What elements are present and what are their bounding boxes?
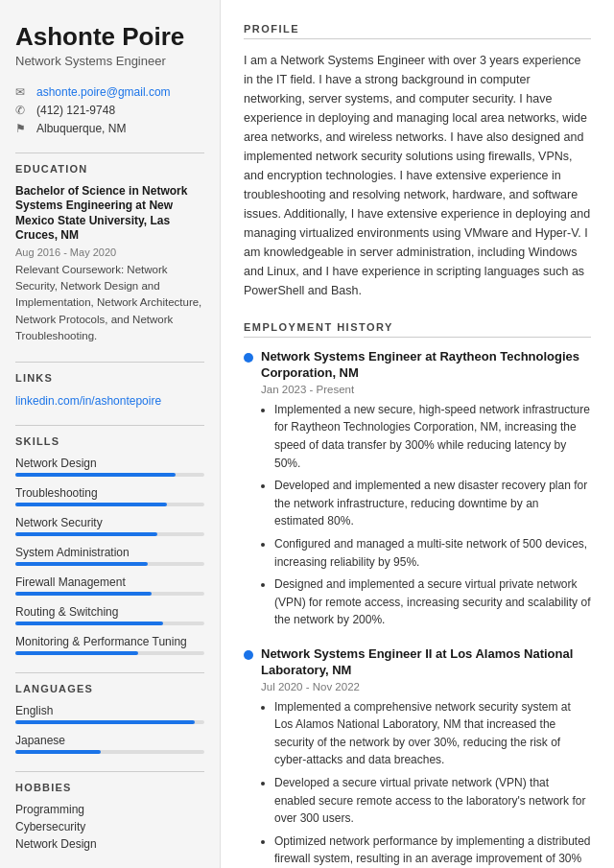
skill-bar-bg (15, 592, 204, 596)
job-block: Network Systems Engineer II at Los Alamo… (244, 646, 591, 868)
skill-bar-bg (15, 622, 204, 625)
job-dates: Jan 2023 - Present (261, 384, 591, 395)
job-title-text: Network Systems Engineer II at Los Alamo… (261, 646, 591, 679)
job-header: Network Systems Engineer II at Los Alamo… (244, 646, 591, 679)
skills-title: SKILLS (15, 435, 204, 447)
skill-item: Troubleshooting (15, 486, 204, 506)
skill-bar-fill (15, 532, 157, 536)
language-bar-bg (15, 720, 204, 724)
skills-list: Network Design Troubleshooting Network S… (15, 457, 204, 655)
skill-item: Routing & Switching (15, 605, 204, 625)
skill-item: Network Security (15, 516, 204, 536)
employment-section-title: EMPLOYMENT HISTORY (244, 321, 591, 338)
profile-section-title: PROFILE (244, 23, 591, 39)
profile-section: PROFILE I am a Network Systems Engineer … (244, 23, 591, 300)
skills-divider (15, 425, 204, 426)
hobby-item: Network Design (15, 837, 204, 851)
language-item: Japanese (15, 734, 204, 754)
skill-item: Monitoring & Performance Tuning (15, 635, 204, 655)
edu-dates: Aug 2016 - May 2020 (15, 246, 204, 258)
links-title: LINKS (15, 372, 204, 384)
skill-name: Firewall Management (15, 575, 204, 589)
phone-icon: ✆ (15, 104, 31, 117)
hobbies-title: HOBBIES (15, 782, 204, 793)
location-icon: ⚑ (15, 122, 31, 135)
job-bullet: Optimized network performance by impleme… (274, 833, 591, 868)
skill-bar-fill (15, 651, 138, 655)
coursework-text: Network Security, Network Design and Imp… (15, 264, 201, 341)
sidebar: Ashonte Poire Network Systems Engineer ✉… (0, 0, 221, 868)
employment-list: Network Systems Engineer at Raytheon Tec… (244, 349, 591, 868)
skill-bar-fill (15, 562, 148, 566)
skill-bar-bg (15, 532, 204, 536)
job-dot (244, 353, 253, 363)
links-section: LINKS linkedin.com/in/ashontepoire (15, 372, 204, 408)
main-content: PROFILE I am a Network Systems Engineer … (221, 0, 614, 868)
job-bullet: Configured and managed a multi-site netw… (274, 535, 591, 571)
hobby-item: Programming (15, 803, 204, 816)
language-name: English (15, 704, 204, 717)
job-bullets-list: Implemented a comprehensive network secu… (261, 698, 591, 868)
job-dates: Jul 2020 - Nov 2022 (261, 681, 591, 692)
languages-title: LANGUAGES (15, 683, 204, 694)
language-bar-bg (15, 750, 204, 754)
skill-bar-bg (15, 562, 204, 566)
skill-item: Network Design (15, 457, 204, 477)
job-bullet: Developed and implemented a new disaster… (274, 477, 591, 530)
languages-section: LANGUAGES English Japanese (15, 683, 204, 754)
email-link[interactable]: ashonte.poire@gmail.com (36, 85, 171, 99)
profile-text: I am a Network Systems Engineer with ove… (244, 51, 591, 300)
job-header: Network Systems Engineer at Raytheon Tec… (244, 349, 591, 382)
job-bullet: Designed and implemented a secure virtua… (274, 575, 591, 629)
full-name: Ashonte Poire (15, 23, 204, 51)
employment-section: EMPLOYMENT HISTORY Network Systems Engin… (244, 321, 591, 868)
skill-bar-fill (15, 473, 176, 477)
email-icon: ✉ (15, 85, 31, 99)
linkedin-link[interactable]: linkedin.com/in/ashontepoire (15, 394, 161, 408)
language-bar-fill (15, 750, 101, 754)
skill-bar-fill (15, 622, 163, 625)
job-bullet: Implemented a comprehensive network secu… (274, 698, 591, 769)
contact-block: ✉ ashonte.poire@gmail.com ✆ (412) 121-97… (15, 85, 204, 135)
language-name: Japanese (15, 734, 204, 747)
skill-bar-fill (15, 592, 152, 596)
phone-item: ✆ (412) 121-9748 (15, 104, 204, 117)
hobby-item: Cybersecurity (15, 820, 204, 833)
language-bar-fill (15, 720, 195, 724)
hobbies-section: HOBBIES ProgrammingCybersecurityNetwork … (15, 782, 204, 851)
hobbies-divider (15, 771, 204, 772)
coursework-label: Relevant Coursework: (15, 264, 124, 275)
languages-list: English Japanese (15, 704, 204, 754)
edu-degree: Bachelor of Science in Network Systems E… (15, 184, 204, 244)
job-block: Network Systems Engineer at Raytheon Tec… (244, 349, 591, 629)
education-section: EDUCATION Bachelor of Science in Network… (15, 163, 204, 345)
edu-coursework: Relevant Coursework: Network Security, N… (15, 262, 204, 344)
phone-number: (412) 121-9748 (36, 104, 115, 117)
skill-name: Monitoring & Performance Tuning (15, 635, 204, 648)
location-text: Albuquerque, NM (36, 122, 126, 135)
skill-name: System Administration (15, 546, 204, 559)
skill-name: Network Security (15, 516, 204, 529)
job-bullet: Implemented a new secure, high-speed net… (274, 401, 591, 472)
hobbies-list: ProgrammingCybersecurityNetwork Design (15, 803, 204, 851)
job-dot (244, 650, 253, 660)
skill-bar-bg (15, 503, 204, 506)
skills-section: SKILLS Network Design Troubleshooting Ne… (15, 435, 204, 655)
skill-item: Firewall Management (15, 575, 204, 596)
job-title-text: Network Systems Engineer at Raytheon Tec… (261, 349, 591, 382)
skill-name: Troubleshooting (15, 486, 204, 500)
job-bullet: Developed a secure virtual private netwo… (274, 774, 591, 828)
skill-name: Network Design (15, 457, 204, 470)
links-divider (15, 362, 204, 363)
education-divider (15, 152, 204, 153)
skill-bar-bg (15, 651, 204, 655)
job-bullets-list: Implemented a new secure, high-speed net… (261, 401, 591, 629)
location-item: ⚑ Albuquerque, NM (15, 122, 204, 135)
languages-divider (15, 672, 204, 673)
skill-name: Routing & Switching (15, 605, 204, 619)
skill-bar-bg (15, 473, 204, 477)
email-item: ✉ ashonte.poire@gmail.com (15, 85, 204, 99)
name-block: Ashonte Poire Network Systems Engineer (15, 23, 204, 68)
language-item: English (15, 704, 204, 724)
education-title: EDUCATION (15, 163, 204, 175)
